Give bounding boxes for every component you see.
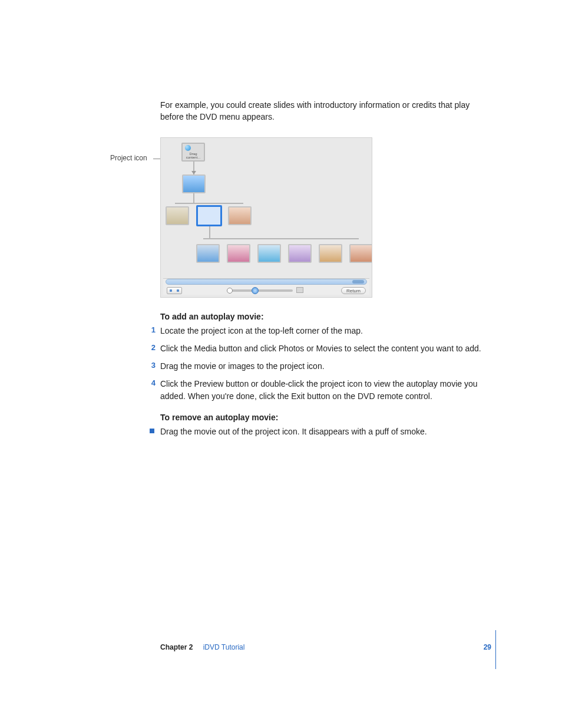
page-footer: Chapter 2 iDVD Tutorial 29	[160, 643, 491, 651]
movie-thumbnail	[319, 244, 342, 263]
footer-page-number: 29	[484, 643, 491, 651]
connector	[203, 238, 359, 239]
step-number: 4	[145, 378, 156, 402]
heading-remove-autoplay: To remove an autoplay movie:	[160, 413, 491, 422]
connector	[193, 193, 194, 203]
movie-thumbnail	[227, 244, 250, 263]
step-number: 2	[145, 342, 156, 354]
menu-thumbnail	[166, 206, 189, 225]
bullet-item: Drag the movie out of the project icon. …	[160, 426, 491, 437]
step-item: 3Drag the movie or images to the project…	[160, 360, 491, 372]
step-number: 1	[145, 325, 156, 337]
steps-add-autoplay: 1Locate the project icon at the top-left…	[160, 325, 491, 402]
step-text: Click the Preview button or double-click…	[160, 378, 491, 402]
step-number: 3	[145, 360, 156, 372]
map-screenshot: Drag content... ◂ ▸ Return	[160, 137, 372, 298]
movie-thumbnail	[349, 244, 372, 263]
scroll-arrows-icon: ◂ ▸	[356, 279, 364, 285]
zoom-slider	[228, 289, 293, 292]
movie-thumbnail	[257, 244, 281, 263]
menu-thumbnail	[228, 206, 252, 225]
bullet-text: Drag the movie out of the project icon. …	[160, 426, 427, 437]
heading-add-autoplay: To add an autoplay movie:	[160, 312, 491, 321]
intro-paragraph: For example, you could create slides wit…	[160, 99, 491, 123]
connector	[209, 226, 210, 238]
map-figure: Project icon Drag content... ◂ ▸	[160, 137, 491, 298]
step-item: 2Click the Media button and click Photos…	[160, 342, 491, 354]
project-icon-tile: Drag content...	[181, 143, 205, 162]
callout-project-icon-label: Project icon	[110, 154, 147, 162]
menu-thumbnail-selected	[196, 205, 222, 226]
footer-chapter-label: Chapter 2	[160, 643, 193, 651]
footer-title: iDVD Tutorial	[203, 643, 245, 651]
step-text: Click the Media button and click Photos …	[160, 342, 481, 354]
step-text: Locate the project icon at the top-left …	[160, 325, 363, 337]
arrow-down-icon	[191, 171, 196, 174]
step-item: 4Click the Preview button or double-clic…	[160, 378, 491, 402]
footer-rule	[495, 630, 496, 669]
movie-thumbnail	[196, 244, 220, 263]
return-button: Return	[341, 287, 366, 294]
horizontal-scrollbar: ◂ ▸	[166, 279, 367, 285]
bullet-square-icon	[150, 429, 154, 433]
step-text: Drag the movie or images to the project …	[160, 360, 325, 372]
menu-thumbnail	[182, 174, 206, 193]
connector	[175, 203, 243, 204]
bullets-remove-autoplay: Drag the movie out of the project icon. …	[160, 426, 491, 437]
view-toggle-icon	[167, 287, 182, 294]
map-toolbar: ◂ ▸ Return	[163, 278, 369, 295]
step-item: 1Locate the project icon at the top-left…	[160, 325, 491, 337]
movie-thumbnail	[288, 244, 312, 263]
